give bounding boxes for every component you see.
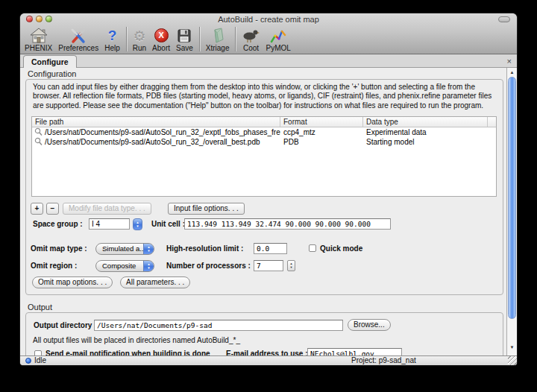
save-floppy-icon: [177, 27, 192, 44]
run-gear-icon: ⚙: [133, 27, 145, 44]
omit-map-type-label: Omit map type :: [31, 244, 87, 253]
magnifier-icon: [34, 127, 43, 138]
output-groupbox: Output directory : /Users/nat/Documents/…: [25, 312, 503, 355]
toolbar-label-xtriage: Xtriage: [206, 44, 230, 52]
email-notification-checkbox[interactable]: [34, 350, 42, 355]
table-row[interactable]: /Users/nat/Documents/p9-sad/AutoSol_run_…: [32, 127, 496, 137]
input-file-options-button[interactable]: Input file options. . .: [168, 203, 245, 215]
minimize-window-button[interactable]: [36, 16, 43, 22]
data-type-cell: Experimental data: [363, 128, 488, 136]
quick-mode-label: Quick mode: [320, 244, 362, 253]
column-header-data-type[interactable]: Data type: [363, 117, 488, 127]
status-bar: Idle Project: p9-sad_nat: [20, 355, 517, 365]
toolbar-label-abort: Abort: [152, 44, 170, 52]
toolbar-label-preferences: Preferences: [58, 44, 98, 52]
pymol-icon: [269, 27, 287, 44]
processors-stepper[interactable]: ▲ ▼: [287, 260, 295, 271]
toolbar-button-save[interactable]: Save: [173, 27, 196, 52]
scroll-up-icon[interactable]: ▲: [507, 70, 517, 75]
email-address-field[interactable]: NEchols@lbl.gov: [307, 348, 402, 355]
number-of-processors-field[interactable]: 7: [254, 260, 283, 271]
unit-cell-label: Unit cell :: [151, 220, 185, 228]
omit-map-type-value: Simulated a...: [102, 244, 145, 253]
omit-map-options-button[interactable]: Omit map options. . .: [32, 276, 113, 288]
browse-button[interactable]: Browse...: [348, 319, 391, 331]
window-chrome: AutoBuild - create omit map PHENIX: [20, 13, 517, 54]
configure-panel: Configuration You can add input files by…: [20, 68, 506, 355]
space-group-stepper[interactable]: ▲ ▼: [133, 218, 142, 230]
close-window-button[interactable]: [26, 16, 33, 22]
space-group-field[interactable]: I 4: [89, 218, 130, 230]
unit-cell-field[interactable]: 113.949 113.949 32.474 90.000 90.000 90.…: [184, 218, 391, 230]
quick-mode-checkbox[interactable]: [309, 244, 316, 252]
resize-grip[interactable]: [508, 356, 517, 365]
toolbar-label-phenix: PHENIX: [25, 44, 52, 52]
zoom-window-button[interactable]: [45, 16, 52, 22]
toolbar: PHENIX Preferences ? Help ⚙: [20, 25, 517, 53]
configuration-section-title: Configuration: [28, 69, 76, 78]
input-files-table[interactable]: File path Format Data type /Users/nat/Do…: [31, 116, 497, 197]
add-file-button[interactable]: +: [31, 203, 43, 215]
omit-region-value: Composite: [102, 262, 136, 270]
toolbar-button-help[interactable]: ? Help: [101, 27, 123, 52]
tab-configure[interactable]: Configure: [23, 55, 77, 68]
tab-strip: Configure ×: [20, 54, 517, 68]
dropdown-stepper-icon[interactable]: ▲▼: [143, 260, 154, 272]
output-directory-field[interactable]: /Users/nat/Documents/p9-sad: [94, 320, 343, 331]
tab-close-icon[interactable]: ×: [507, 56, 512, 66]
project-label: Project: p9-sad_nat: [351, 356, 416, 365]
omit-region-dropdown[interactable]: Composite ▲▼: [95, 260, 154, 272]
xtriage-crystal-icon: [210, 27, 226, 44]
toolbar-button-xtriage[interactable]: Xtriage: [203, 27, 233, 52]
remove-file-button[interactable]: −: [46, 203, 59, 215]
desktop-background: { "window": { "title": "AutoBuild - crea…: [0, 0, 537, 392]
email-notification-label: Send e-mail notification when building i…: [45, 350, 210, 355]
all-parameters-button[interactable]: All parameters. . .: [120, 276, 190, 288]
file-path-cell: /Users/nat/Documents/p9-sad/AutoSol_run_…: [45, 138, 260, 146]
toolbar-label-save: Save: [176, 44, 193, 52]
status-text: Idle: [34, 356, 46, 365]
high-resolution-limit-label: High-resolution limit :: [166, 244, 243, 253]
toolbar-button-run[interactable]: ⚙ Run: [130, 27, 149, 52]
toolbar-button-pymol[interactable]: PyMOL: [263, 27, 293, 52]
phenix-home-icon: [30, 27, 48, 44]
toolbar-label-help: Help: [104, 44, 120, 52]
column-header-spacer: [488, 117, 496, 127]
omit-map-type-dropdown[interactable]: Simulated a... ▲▼: [95, 243, 154, 255]
toolbar-button-coot[interactable]: Coot: [239, 27, 263, 52]
column-header-file-path[interactable]: File path: [32, 117, 280, 127]
toolbar-label-run: Run: [133, 44, 146, 52]
magnifier-icon: [34, 137, 43, 148]
stepper-down-icon[interactable]: ▼: [288, 266, 295, 270]
scroll-down-icon[interactable]: ▼: [507, 345, 517, 350]
configuration-groupbox: You can add input files by either draggi…: [25, 79, 503, 295]
help-question-icon: ?: [108, 27, 117, 44]
column-header-format[interactable]: Format: [280, 117, 363, 127]
scrollbar-thumb[interactable]: [508, 77, 516, 319]
dropdown-stepper-icon[interactable]: ▲▼: [143, 243, 154, 255]
stepper-down-icon[interactable]: ▼: [134, 224, 142, 228]
toolbar-separator: [235, 27, 236, 51]
toolbar-label-pymol: PyMOL: [266, 44, 290, 52]
titlebar[interactable]: AutoBuild - create omit map: [20, 13, 517, 25]
file-table-header: File path Format Data type: [32, 117, 496, 127]
number-of-processors-label: Number of processors :: [166, 262, 251, 270]
toolbar-separator: [199, 27, 200, 51]
instructions-text: You can add input files by either draggi…: [33, 83, 498, 110]
omit-region-label: Omit region :: [31, 262, 77, 270]
preferences-tools-icon: [69, 27, 87, 44]
vertical-scrollbar[interactable]: ▲ ▼: [506, 68, 517, 355]
data-type-cell: Starting model: [363, 138, 488, 146]
toolbar-label-coot: Coot: [243, 44, 259, 52]
toolbar-button-preferences[interactable]: Preferences: [55, 27, 101, 52]
space-group-label: Space group :: [33, 220, 83, 228]
toolbar-toggle-pill[interactable]: [498, 16, 510, 22]
format-cell: PDB: [280, 138, 363, 146]
toolbar-button-phenix[interactable]: PHENIX: [22, 27, 55, 52]
email-address-label: E-mail address to use :: [226, 350, 307, 355]
toolbar-button-abort[interactable]: X Abort: [149, 27, 173, 52]
modify-file-data-type-button: Modify file data type. . .: [63, 203, 151, 215]
status-indicator-icon: [25, 358, 31, 364]
high-resolution-limit-field[interactable]: 0.0: [254, 243, 287, 254]
table-row[interactable]: /Users/nat/Documents/p9-sad/AutoSol_run_…: [32, 137, 496, 147]
